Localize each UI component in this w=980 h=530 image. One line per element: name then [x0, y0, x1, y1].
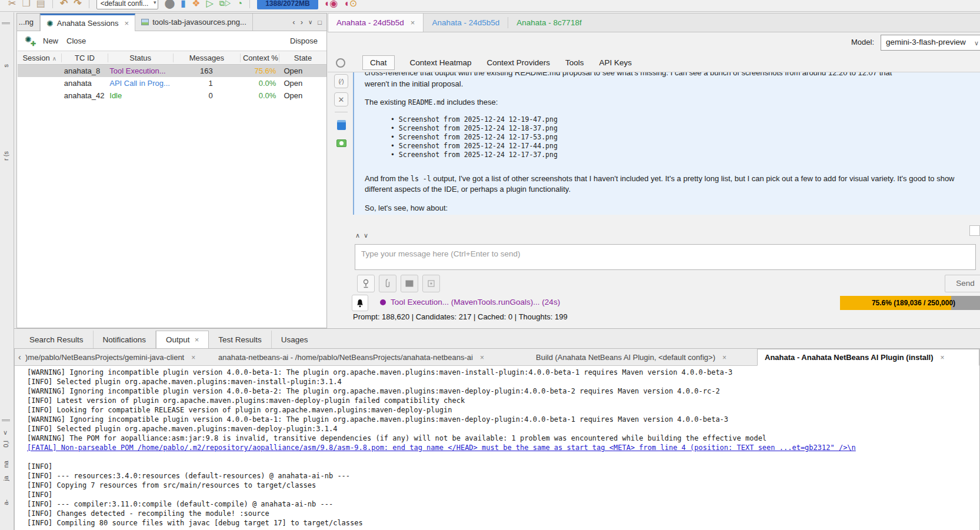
column-header-session[interactable]: Session∧ [18, 54, 62, 62]
message-nav-arrows[interactable]: ∧∨ [355, 232, 372, 239]
send-button[interactable]: Send [945, 275, 980, 292]
tab-notifications[interactable]: Notifications [94, 331, 156, 348]
close-icon[interactable]: × [480, 354, 484, 362]
console-tab-install[interactable]: Anahata - Anahata NetBeans AI Plugin (in… [757, 349, 979, 366]
profile-icon[interactable]: ◔ [236, 0, 242, 12]
minimized-window-label[interactable]: ja [2, 476, 9, 481]
log-line: [INFO] Changes detected - recompiling th… [27, 509, 980, 518]
dock-handle[interactable] [2, 22, 10, 24]
scroll-right-icon[interactable]: › [301, 18, 303, 26]
log-line-fatal-link[interactable]: [FATAL] Non-parseable POM /home/pablo/.m… [27, 443, 980, 452]
tab-api-keys[interactable]: API Keys [599, 58, 632, 67]
minimized-window-label[interactable]: a- [2, 499, 9, 505]
scroll-left-icon[interactable]: ‹ [292, 18, 295, 26]
minimized-window-label[interactable]: s [2, 64, 9, 68]
tab-session-2[interactable]: Anahata - 24d5b5d [424, 14, 508, 32]
column-header-tcid[interactable]: TC ID [62, 54, 108, 62]
fit-width-icon[interactable]: ✕ [334, 92, 348, 106]
attach-button[interactable] [379, 275, 396, 292]
notifications-button[interactable] [352, 295, 368, 311]
redo-icon[interactable]: ↷ [74, 0, 81, 12]
tab-session-3[interactable]: Anahata - 8c7718f [508, 14, 589, 32]
debug-icon[interactable]: ⧉▷ [219, 0, 231, 12]
column-header-state[interactable]: State [279, 54, 326, 62]
close-icon[interactable]: × [722, 354, 726, 362]
list-item: Screenshot from 2025-12-24 12-17-53.png [391, 133, 956, 142]
column-header-messages[interactable]: Messages [174, 54, 241, 62]
model-combobox[interactable]: gemini-3-flash-preview [881, 35, 980, 51]
column-header-context[interactable]: Context % [241, 54, 279, 62]
close-session-button[interactable]: Close [66, 36, 86, 45]
copy-icon[interactable]: ❐ [22, 0, 30, 12]
console-tab-anahata-netbeans-ai[interactable]: anahata-netbeans-ai - /home/pablo/NetBea… [218, 349, 524, 366]
build-icon[interactable]: ⬤ [164, 0, 175, 12]
scroll-left-icon[interactable]: ‹ [18, 352, 21, 362]
tab-partial[interactable]: ...ng [17, 14, 40, 31]
dock-handle[interactable] [2, 419, 10, 421]
screenshot-list: Screenshot from 2025-12-24 12-19-47.png … [365, 115, 956, 159]
close-icon[interactable]: × [195, 335, 199, 344]
console-tab-build[interactable]: Build (Anahata NetBeans AI Plugin, <defa… [536, 349, 751, 366]
profiler-snapshot-icon[interactable]: ◖◉ [324, 0, 338, 12]
brush-icon[interactable]: ❖ [192, 0, 200, 12]
table-row[interactable]: anahata_8 Tool Execution... 163 75.6% Op… [18, 65, 326, 77]
tab-anahata-sessions[interactable]: ✺ Anahata Sessions × [40, 14, 135, 31]
tab-usages[interactable]: Usages [272, 331, 318, 348]
cut-icon[interactable]: ✂ [8, 0, 16, 12]
log-line: [INFO] Latest version of plugin org.apac… [27, 396, 980, 405]
scroll-corner[interactable] [969, 225, 980, 236]
maximize-icon[interactable]: □ [318, 19, 322, 26]
chevron-up-icon[interactable]: ∧ [355, 232, 364, 239]
tab-tools[interactable]: Tools [565, 58, 584, 67]
close-icon[interactable]: × [191, 354, 195, 362]
dispose-button[interactable]: Dispose [290, 36, 319, 45]
tab-output[interactable]: Output× [156, 331, 209, 348]
tab-chat[interactable]: Chat [362, 55, 395, 70]
minimized-window-label[interactable]: r (s [2, 151, 9, 161]
console-tab-gemini-client[interactable]: )me/pablo/NetBeansProjects/gemini-java-c… [25, 349, 214, 366]
agent-status: Tool Execution... (MavenTools.runGoals).… [380, 298, 560, 306]
screenshot-button[interactable] [401, 275, 418, 292]
tab-context-providers[interactable]: Context Providers [487, 58, 550, 67]
cell-status: API Call in Prog... [107, 79, 172, 88]
clean-build-icon[interactable]: ▮ [181, 0, 186, 12]
log-line: [INFO] --- resources:3.4.0:resources (de… [27, 471, 980, 481]
chevron-down-icon[interactable]: ∨ [3, 429, 8, 436]
column-header-status[interactable]: Status [108, 54, 174, 62]
minimized-window-label[interactable]: 0,l [2, 441, 9, 448]
paste-icon[interactable]: ▤ [36, 0, 45, 12]
folder-icon[interactable] [334, 136, 348, 150]
profiler-pause-icon[interactable]: ◖⊙ [344, 0, 357, 12]
mic-button[interactable] [357, 275, 375, 292]
tab-search-results[interactable]: Search Results [20, 331, 94, 348]
run-icon[interactable]: ▷ [206, 0, 213, 12]
table-row[interactable]: anahata_42 Idle 0 0.0% Open [18, 89, 326, 102]
tab-controls: ‹ › ∨ □ [292, 14, 326, 31]
list-item: Screenshot from 2025-12-24 12-17-37.png [391, 151, 956, 159]
cell-state: Open [279, 79, 326, 88]
tab-label: Anahata Sessions [57, 19, 119, 28]
code-icon[interactable]: (∕) [334, 74, 348, 88]
config-combobox[interactable]: <default confi... [96, 0, 159, 9]
memory-indicator-button[interactable]: 1388/2072MB [257, 0, 318, 9]
minimized-window-label[interactable]: na [2, 461, 9, 468]
log-line: [INFO] [27, 462, 980, 471]
tab-context-heatmap[interactable]: Context Heatmap [410, 58, 472, 67]
save-icon[interactable] [334, 118, 348, 132]
new-session-button[interactable]: New [43, 36, 58, 45]
window-capture-button[interactable] [422, 275, 440, 292]
chevron-down-icon[interactable]: ∨ [364, 232, 372, 239]
tab-session-1[interactable]: Anahata - 24d5b5d × [328, 14, 424, 32]
message-input[interactable] [355, 244, 976, 270]
close-icon[interactable]: × [125, 19, 129, 28]
tab-list-icon[interactable]: ∨ [308, 19, 312, 25]
tab-image-file[interactable]: tools-tab-javasources.png... [135, 14, 253, 31]
inline-code: README.md [408, 98, 445, 106]
tab-test-results[interactable]: Test Results [209, 331, 272, 348]
undo-icon[interactable]: ↶ [60, 0, 68, 12]
close-icon[interactable]: × [411, 18, 415, 27]
message-text: The existing README.md includes these: [365, 98, 956, 107]
clipped-text-line: cross-reference that output with the exi… [365, 72, 956, 78]
close-icon[interactable]: × [941, 354, 945, 362]
table-row[interactable]: anahata API Call in Prog... 1 0.0% Open [18, 77, 326, 89]
